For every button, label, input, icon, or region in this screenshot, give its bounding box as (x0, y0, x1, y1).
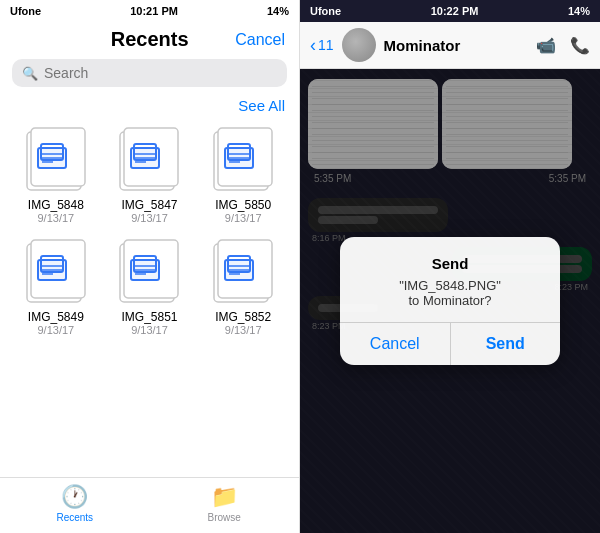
dialog-filename: "IMG_5848.PNG" (360, 278, 540, 293)
confirm-dialog: Send "IMG_5848.PNG" to Mominator? Cancel… (340, 237, 560, 365)
see-all-row: See All (0, 97, 299, 122)
dialog-content: Send "IMG_5848.PNG" to Mominator? (340, 237, 560, 322)
recents-title: Recents (64, 28, 235, 51)
right-status-bar: Ufone 10:22 PM 14% (300, 0, 600, 22)
file-icon (209, 122, 277, 194)
browse-tab-label: Browse (208, 512, 241, 523)
file-date: 9/13/17 (37, 324, 74, 336)
search-input[interactable] (44, 65, 277, 81)
left-battery: 14% (267, 5, 289, 17)
chevron-left-icon: ‹ (310, 35, 316, 56)
file-icon (209, 234, 277, 306)
browse-icon: 📁 (211, 484, 238, 510)
video-call-icon[interactable]: 📹 (536, 36, 556, 55)
see-all-link[interactable]: See All (238, 97, 285, 114)
search-icon: 🔍 (22, 66, 38, 81)
file-name: IMG_5849 (28, 310, 84, 324)
phone-call-icon[interactable]: 📞 (570, 36, 590, 55)
dialog-cancel-button[interactable]: Cancel (340, 323, 451, 365)
left-status-bar: Ufone 10:21 PM 14% (0, 0, 299, 22)
bottom-tab-bar: 🕐 Recents 📁 Browse (0, 477, 299, 533)
file-name: IMG_5851 (121, 310, 177, 324)
dialog-buttons: Cancel Send (340, 322, 560, 365)
file-item[interactable]: IMG_5850 9/13/17 (201, 122, 285, 224)
chat-background: 5:35 PM 5:35 PM 8:16 PM 8:23 PM (300, 69, 600, 533)
left-panel: Ufone 10:21 PM 14% Recents Cancel 🔍 See … (0, 0, 300, 533)
tab-browse[interactable]: 📁 Browse (150, 484, 300, 523)
tab-recents[interactable]: 🕐 Recents (0, 484, 150, 523)
file-date: 9/13/17 (37, 212, 74, 224)
left-time: 10:21 PM (130, 5, 178, 17)
back-count: 11 (318, 37, 334, 53)
file-date: 9/13/17 (225, 212, 262, 224)
file-icon (22, 122, 90, 194)
dialog-title-send: Send (360, 255, 540, 272)
file-icon (115, 122, 183, 194)
cancel-button[interactable]: Cancel (235, 31, 285, 49)
file-name: IMG_5848 (28, 198, 84, 212)
file-date: 9/13/17 (131, 212, 168, 224)
file-date: 9/13/17 (131, 324, 168, 336)
file-item[interactable]: IMG_5847 9/13/17 (108, 122, 192, 224)
dialog-overlay: Send "IMG_5848.PNG" to Mominator? Cancel… (300, 69, 600, 533)
file-item[interactable]: IMG_5849 9/13/17 (14, 234, 98, 336)
left-header: Recents Cancel (0, 22, 299, 59)
right-battery: 14% (568, 5, 590, 17)
dialog-recipient: to Mominator? (360, 293, 540, 308)
file-icon (115, 234, 183, 306)
right-carrier: Ufone (310, 5, 341, 17)
dialog-send-button[interactable]: Send (451, 323, 561, 365)
file-item[interactable]: IMG_5848 9/13/17 (14, 122, 98, 224)
file-name: IMG_5850 (215, 198, 271, 212)
header-icons: 📹 📞 (536, 36, 590, 55)
file-icon (22, 234, 90, 306)
recents-tab-label: Recents (56, 512, 93, 523)
contact-name: Mominator (384, 37, 528, 54)
search-bar[interactable]: 🔍 (12, 59, 287, 87)
file-item[interactable]: IMG_5851 9/13/17 (108, 234, 192, 336)
avatar (342, 28, 376, 62)
back-button[interactable]: ‹ 11 (310, 35, 334, 56)
file-date: 9/13/17 (225, 324, 262, 336)
chat-header: ‹ 11 Mominator 📹 📞 (300, 22, 600, 69)
right-time: 10:22 PM (431, 5, 479, 17)
avatar-image (342, 28, 376, 62)
file-item[interactable]: IMG_5852 9/13/17 (201, 234, 285, 336)
recents-icon: 🕐 (61, 484, 88, 510)
left-carrier: Ufone (10, 5, 41, 17)
right-panel: Ufone 10:22 PM 14% ‹ 11 Mominator 📹 📞 (300, 0, 600, 533)
files-grid: IMG_5848 9/13/17 IMG_5847 9/13/17 (0, 122, 299, 336)
file-name: IMG_5852 (215, 310, 271, 324)
file-name: IMG_5847 (121, 198, 177, 212)
